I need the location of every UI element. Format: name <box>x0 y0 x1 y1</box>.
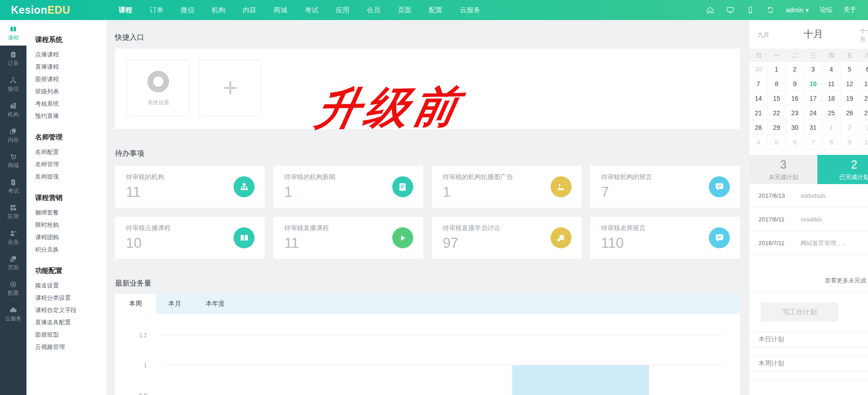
rail-item-5[interactable]: 商城 <box>0 148 26 173</box>
plan-shortcut-1[interactable]: 本周计划 <box>749 356 868 371</box>
calendar-day[interactable]: 31 <box>804 120 822 135</box>
nav-item-2[interactable]: 微信 <box>181 6 194 15</box>
todo-card-5[interactable]: 待审核直播课程11 <box>273 217 423 259</box>
side-menu-item-0-4[interactable]: 考核系统 <box>35 97 106 110</box>
calendar-day[interactable]: 21 <box>749 106 768 120</box>
calendar-day[interactable]: 10 <box>859 135 868 149</box>
nav-item-9[interactable]: 页面 <box>398 6 411 15</box>
calendar-day[interactable]: 3 <box>859 120 868 135</box>
nav-item-5[interactable]: 商城 <box>274 6 287 15</box>
side-menu-item-0-3[interactable]: 班级列表 <box>35 85 106 97</box>
side-menu-item-0-2[interactable]: 面授课程 <box>35 73 106 85</box>
calendar-day-today[interactable]: 10 <box>804 77 822 91</box>
nav-item-10[interactable]: 配置 <box>429 6 442 15</box>
chart-tab-1[interactable]: 本月 <box>156 294 193 314</box>
todo-card-7[interactable]: 待审核名师留言110 <box>590 217 740 259</box>
add-quick-entry-tile[interactable]: + <box>199 60 262 117</box>
side-menu-item-2-3[interactable]: 积分兑换 <box>35 243 106 256</box>
rail-item-9[interactable]: 页面 <box>0 250 26 275</box>
todo-card-3[interactable]: 待审核机构的留言7 <box>590 166 740 208</box>
calendar-day[interactable]: 4 <box>822 62 841 77</box>
header-link-0[interactable]: 论坛 <box>820 6 832 14</box>
calendar-day[interactable]: 14 <box>749 91 768 106</box>
chart-tab-0[interactable]: 本周 <box>115 294 156 314</box>
nav-item-7[interactable]: 应用 <box>336 6 349 15</box>
side-menu-item-0-1[interactable]: 直播课程 <box>35 61 106 73</box>
calendar-day[interactable]: 23 <box>786 106 804 120</box>
side-menu-item-3-1[interactable]: 课程分类设置 <box>35 292 106 304</box>
rail-item-2[interactable]: 微信 <box>0 71 26 97</box>
nav-item-11[interactable]: 云服务 <box>460 6 480 15</box>
calendar-day[interactable]: 18 <box>822 91 841 106</box>
calendar-day[interactable]: 9 <box>786 77 804 91</box>
calendar-day[interactable]: 16 <box>786 91 804 106</box>
write-plan-button[interactable]: 写工作计划 <box>761 303 838 322</box>
rail-item-10[interactable]: 配置 <box>0 275 26 301</box>
nav-item-6[interactable]: 考试 <box>305 6 318 15</box>
todo-card-0[interactable]: 待审核的机构11 <box>115 166 265 208</box>
calendar-day[interactable]: 30 <box>786 120 804 135</box>
side-menu-item-3-2[interactable]: 课程自定义字段 <box>35 304 106 316</box>
user-menu[interactable]: admin▾ <box>786 6 809 14</box>
todo-card-6[interactable]: 待审核直播学员讨论97 <box>432 217 582 259</box>
calendar-day[interactable]: 13 <box>859 77 868 91</box>
calendar-day[interactable]: 22 <box>768 106 786 120</box>
calendar-day[interactable]: 6 <box>786 135 804 149</box>
todo-card-1[interactable]: 待审核的机构新闻1 <box>273 166 423 208</box>
side-menu-item-2-2[interactable]: 课程团购 <box>35 231 106 243</box>
side-menu-item-3-0[interactable]: 频道设置 <box>35 279 106 292</box>
calendar-day[interactable]: 7 <box>804 135 822 149</box>
calendar-day[interactable]: 17 <box>804 91 822 106</box>
side-menu-item-1-1[interactable]: 名师管理 <box>35 158 106 170</box>
todo-card-2[interactable]: 待审核的机构轮播图广告1 <box>432 166 582 208</box>
calendar-day[interactable]: 20 <box>859 91 868 106</box>
rail-item-1[interactable]: 订单 <box>0 46 26 71</box>
side-menu-item-3-4[interactable]: 面授班型 <box>35 328 106 341</box>
side-menu-item-3-3[interactable]: 直播道具配置 <box>35 316 106 328</box>
calendar-day[interactable]: 3 <box>804 62 822 77</box>
calendar-day[interactable]: 30 <box>749 62 768 77</box>
quick-entry-tile-0[interactable]: 系统设置 <box>127 60 190 117</box>
calendar-day[interactable]: 19 <box>841 91 859 106</box>
calendar-day[interactable]: 24 <box>804 106 822 120</box>
calendar-day[interactable]: 5 <box>841 62 859 77</box>
nav-item-1[interactable]: 订单 <box>150 6 163 15</box>
nav-item-8[interactable]: 会员 <box>367 6 380 15</box>
calendar-day[interactable]: 26 <box>841 106 859 120</box>
calendar-day[interactable]: 9 <box>841 135 859 149</box>
nav-item-3[interactable]: 机构 <box>212 6 225 15</box>
side-menu-item-1-0[interactable]: 名师配置 <box>35 146 106 158</box>
calendar-day[interactable]: 1 <box>822 120 841 135</box>
calendar-day[interactable]: 7 <box>749 77 768 91</box>
calendar-day[interactable]: 28 <box>749 120 768 135</box>
calendar-day[interactable]: 4 <box>749 135 768 149</box>
plan-shortcut-0[interactable]: 本日计划 <box>749 332 868 347</box>
rail-item-4[interactable]: 内容 <box>0 122 26 148</box>
side-menu-item-3-5[interactable]: 云视频管理 <box>35 341 106 353</box>
view-more-link[interactable]: 查看更多未完成 <box>825 277 866 284</box>
rail-item-7[interactable]: 应用 <box>0 199 26 224</box>
calendar-day[interactable]: 8 <box>822 135 841 149</box>
rail-item-6[interactable]: 考试 <box>0 173 26 199</box>
rail-item-3[interactable]: 机构 <box>0 97 26 122</box>
rail-item-11[interactable]: 云服务 <box>0 301 26 326</box>
side-menu-item-0-5[interactable]: 预约直播 <box>35 110 106 122</box>
plan-stat-pending[interactable]: 3未完成计划 <box>749 155 817 184</box>
side-menu-item-2-0[interactable]: 捆绑套餐 <box>35 206 106 219</box>
calendar-day[interactable]: 27 <box>859 106 868 120</box>
calendar-day[interactable]: 5 <box>768 135 786 149</box>
calendar-day[interactable]: 8 <box>768 77 786 91</box>
calendar-day[interactable]: 29 <box>768 120 786 135</box>
side-menu-item-1-2[interactable]: 名师提现 <box>35 170 106 183</box>
rail-item-0[interactable]: 课程 <box>0 20 26 46</box>
chart-tab-2[interactable]: 本年度 <box>193 294 237 314</box>
plan-stat-done[interactable]: 2已完成计划 <box>817 155 868 184</box>
nav-item-4[interactable]: 内容 <box>243 6 256 15</box>
calendar-day[interactable]: 6 <box>859 62 868 77</box>
side-menu-item-0-0[interactable]: 点播课程 <box>35 48 106 61</box>
calendar-day[interactable]: 15 <box>768 91 786 106</box>
calendar-next-month[interactable]: 十一月 <box>860 26 868 44</box>
calendar-day[interactable]: 11 <box>822 77 841 91</box>
calendar-day[interactable]: 12 <box>841 77 859 91</box>
calendar-day[interactable]: 1 <box>768 62 786 77</box>
